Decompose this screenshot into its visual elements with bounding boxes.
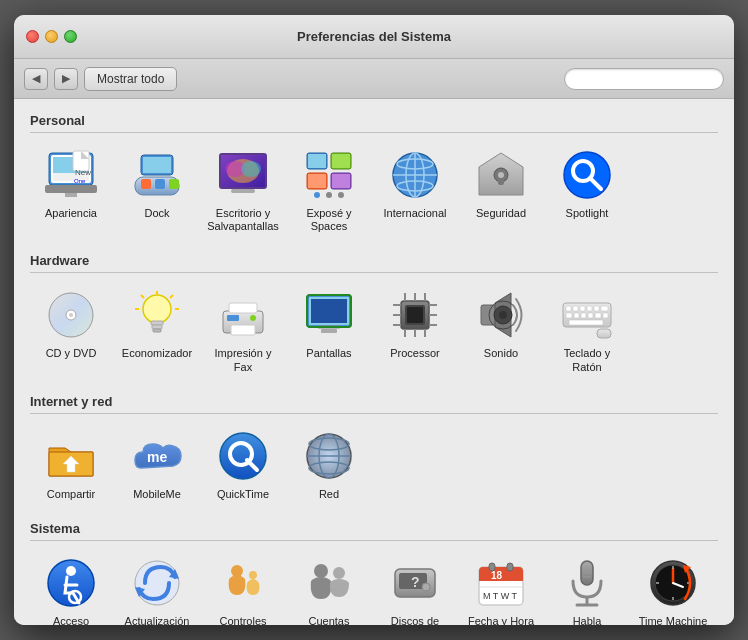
titlebar: Preferencias del Sistema — [14, 15, 734, 59]
pref-label-cdydvd: CD y DVD — [46, 347, 97, 360]
section-personal: New One Apariencia — [30, 141, 718, 239]
pref-item-habla[interactable]: Habla — [546, 549, 628, 625]
svg-text:?: ? — [411, 574, 420, 590]
maximize-button[interactable] — [64, 30, 77, 43]
svg-rect-138 — [489, 563, 495, 571]
svg-point-30 — [314, 192, 320, 198]
icon-actualizacion — [129, 555, 185, 611]
content-area: Personal New One — [14, 99, 734, 625]
svg-rect-61 — [231, 325, 255, 335]
main-window: Preferencias del Sistema ◀ ▶ Mostrar tod… — [14, 15, 734, 625]
back-button[interactable]: ◀ — [24, 68, 48, 90]
svg-rect-96 — [601, 306, 608, 311]
icon-mobileme: me — [129, 428, 185, 484]
svg-rect-66 — [311, 299, 347, 323]
svg-point-43 — [498, 172, 504, 178]
svg-rect-94 — [587, 306, 592, 311]
pref-item-economizador[interactable]: Economizador — [116, 281, 198, 379]
svg-rect-53 — [153, 329, 161, 332]
pref-item-pantallas[interactable]: Pantallas — [288, 281, 370, 379]
pref-item-mobileme[interactable]: me MobileMe — [116, 422, 198, 507]
pref-item-acceso[interactable]: Acceso Universal — [30, 549, 112, 625]
pref-label-expose: Exposé y Spaces — [292, 207, 366, 233]
section-header-sistema: Sistema — [30, 521, 718, 541]
pref-item-discos[interactable]: ? Discos de Arranque — [374, 549, 456, 625]
pref-label-economizador: Economizador — [122, 347, 192, 360]
pref-item-processor[interactable]: Processor — [374, 281, 456, 379]
pref-label-apariencia: Apariencia — [45, 207, 97, 220]
section-header-internet: Internet y red — [30, 394, 718, 414]
pref-item-internacional[interactable]: Internacional — [374, 141, 456, 239]
pref-label-red: Red — [319, 488, 339, 501]
icon-controles — [215, 555, 271, 611]
svg-rect-5 — [65, 193, 77, 197]
section-header-personal: Personal — [30, 113, 718, 133]
pref-item-impresion[interactable]: Impresión y Fax — [202, 281, 284, 379]
svg-rect-25 — [332, 154, 350, 168]
icon-spotlight — [559, 147, 615, 203]
pref-item-spotlight[interactable]: Spotlight — [546, 141, 628, 239]
icon-economizador — [129, 287, 185, 343]
pref-label-controles: Controles Parentales — [206, 615, 280, 625]
pref-item-controles[interactable]: Controles Parentales — [202, 549, 284, 625]
icon-fecha: 18 M T W T — [473, 555, 529, 611]
pref-item-cuentas[interactable]: Cuentas — [288, 549, 370, 625]
pref-item-fecha[interactable]: 18 M T W T Fecha y Hora — [460, 549, 542, 625]
icon-quicktime — [215, 428, 271, 484]
svg-point-44 — [564, 152, 610, 198]
pref-item-apariencia[interactable]: New One Apariencia — [30, 141, 112, 239]
search-input[interactable] — [564, 68, 724, 90]
icon-red — [301, 428, 357, 484]
pref-item-red[interactable]: Red — [288, 422, 370, 507]
pref-item-actualizacion[interactable]: Actualización de Software — [116, 549, 198, 625]
pref-item-timemachine[interactable]: Time Machine — [632, 549, 714, 625]
icon-expose — [301, 147, 357, 203]
svg-rect-101 — [595, 313, 601, 318]
pref-item-cdydvd[interactable]: CD y DVD — [30, 281, 112, 379]
forward-button[interactable]: ▶ — [54, 68, 78, 90]
svg-text:M T W T: M T W T — [483, 591, 518, 601]
svg-rect-99 — [581, 313, 586, 318]
svg-rect-139 — [507, 563, 513, 571]
svg-point-127 — [333, 567, 345, 579]
pref-label-timemachine: Time Machine — [639, 615, 708, 625]
pref-item-compartir[interactable]: Compartir — [30, 422, 112, 507]
svg-point-20 — [241, 161, 261, 177]
icon-habla — [559, 555, 615, 611]
svg-rect-12 — [155, 179, 165, 189]
svg-point-110 — [220, 433, 266, 479]
icon-dock — [129, 147, 185, 203]
pref-label-dock: Dock — [144, 207, 169, 220]
pref-item-sonido[interactable]: Sonido — [460, 281, 542, 379]
svg-text:One: One — [74, 178, 86, 184]
svg-rect-95 — [594, 306, 599, 311]
pref-item-expose[interactable]: Exposé y Spaces — [288, 141, 370, 239]
pref-label-actualizacion: Actualización de Software — [120, 615, 194, 625]
pref-item-seguridad[interactable]: Seguridad — [460, 141, 542, 239]
svg-rect-93 — [580, 306, 585, 311]
svg-rect-29 — [332, 174, 350, 188]
icon-seguridad — [473, 147, 529, 203]
close-button[interactable] — [26, 30, 39, 43]
show-all-button[interactable]: Mostrar todo — [84, 67, 177, 91]
icon-sonido — [473, 287, 529, 343]
icon-pantallas — [301, 287, 357, 343]
svg-point-89 — [499, 311, 507, 319]
svg-line-56 — [170, 295, 173, 298]
section-sistema: Acceso Universal Actualización de Softwa… — [30, 549, 718, 625]
svg-rect-13 — [169, 179, 179, 189]
pref-label-sonido: Sonido — [484, 347, 518, 360]
pref-item-teclado[interactable]: Teclado y Ratón — [546, 281, 628, 379]
pref-item-quicktime[interactable]: QuickTime — [202, 422, 284, 507]
traffic-lights — [26, 30, 77, 43]
minimize-button[interactable] — [45, 30, 58, 43]
svg-point-126 — [314, 564, 328, 578]
icon-cdydvd — [43, 287, 99, 343]
section-header-hardware: Hardware — [30, 253, 718, 273]
pref-label-discos: Discos de Arranque — [378, 615, 452, 625]
icon-escritorio — [215, 147, 271, 203]
pref-item-dock[interactable]: Dock — [116, 141, 198, 239]
svg-rect-98 — [574, 313, 579, 318]
svg-rect-72 — [407, 307, 423, 323]
pref-item-escritorio[interactable]: Escritorio y Salvapantallas — [202, 141, 284, 239]
